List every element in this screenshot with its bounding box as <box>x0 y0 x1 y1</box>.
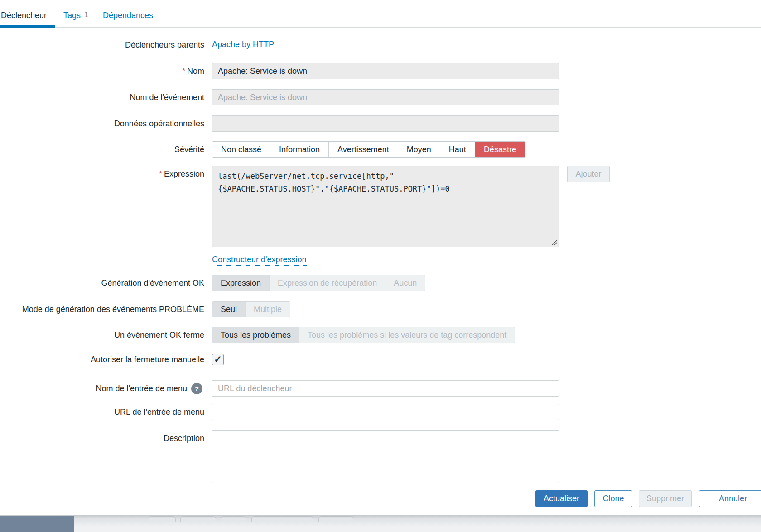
name-label: *Nom <box>0 66 204 76</box>
form-bottom-shadow <box>0 515 761 518</box>
event-name-input <box>212 89 559 105</box>
severity-option-information[interactable]: Information <box>270 142 329 157</box>
expression-textarea: last(/webServer/net.tcp.service[http," {… <box>212 166 559 247</box>
ok-event-generation-none: Aucun <box>385 275 425 291</box>
description-textarea[interactable] <box>212 430 559 483</box>
problem-event-mode-multiple: Multiple <box>246 302 290 317</box>
severity-option-disaster[interactable]: Désastre <box>475 142 525 157</box>
menu-entry-url-input[interactable] <box>212 404 559 420</box>
parent-triggers-label: Déclencheurs parents <box>0 40 204 50</box>
tab-trigger[interactable]: Déclencheur <box>1 11 47 20</box>
ok-event-generation-label: Génération d'événement OK <box>0 278 204 288</box>
ok-event-closes-tag-matched: Tous les problèmes si les valeurs de tag… <box>299 327 515 343</box>
allow-manual-close-checkbox[interactable]: ✓ <box>212 354 224 365</box>
ok-event-closes-all-problems: Tous les problèmes <box>212 327 299 343</box>
required-asterisk: * <box>159 169 162 178</box>
menu-entry-name-label: Nom de l'entrée de menu <box>96 384 187 393</box>
event-name-label: Nom de l'événement <box>0 92 204 102</box>
problem-event-mode-group: Seul Multiple <box>212 301 290 317</box>
ok-event-generation-group: Expression Expression de récupération Au… <box>212 275 425 291</box>
required-asterisk: * <box>182 67 185 76</box>
parent-trigger-link[interactable]: Apache by HTTP <box>212 40 274 49</box>
background-sidebar-fragment <box>0 516 74 532</box>
tab-tags[interactable]: Tags 1 <box>63 11 88 20</box>
tab-tags-count: 1 <box>84 11 88 20</box>
clone-button[interactable]: Clone <box>594 490 632 507</box>
ok-event-closes-group: Tous les problèmes Tous les problèmes si… <box>212 327 515 343</box>
operational-data-input <box>212 115 559 132</box>
menu-entry-url-label: URL de l'entrée de menu <box>0 407 204 417</box>
operational-data-label: Données opérationnelles <box>0 119 204 129</box>
delete-button: Supprimer <box>639 490 692 507</box>
ok-event-generation-recovery-expression: Expression de récupération <box>270 275 385 291</box>
ok-event-closes-label: Un événement OK ferme <box>0 330 204 340</box>
menu-entry-name-input[interactable] <box>212 380 559 397</box>
severity-option-average[interactable]: Moyen <box>398 142 440 157</box>
name-input <box>212 63 559 79</box>
menu-entry-name-label-row: Nom de l'entrée de menu ? <box>0 380 202 397</box>
tabs-divider <box>0 27 761 28</box>
help-icon[interactable]: ? <box>191 383 202 394</box>
severity-option-warning[interactable]: Avertissement <box>329 142 398 157</box>
active-tab-underline <box>0 25 55 28</box>
update-button[interactable]: Actualiser <box>535 490 588 507</box>
severity-option-not-classified[interactable]: Non classé <box>212 142 270 157</box>
expression-add-button: Ajouter <box>567 166 610 182</box>
problem-event-mode-label: Mode de génération des événements PROBLÈ… <box>0 304 204 314</box>
checkmark-icon: ✓ <box>214 354 222 365</box>
expression-constructor-link[interactable]: Constructeur d'expression <box>212 255 307 266</box>
description-label: Description <box>0 433 204 443</box>
severity-label: Sévérité <box>0 144 204 154</box>
tab-tags-label: Tags <box>63 11 81 20</box>
cancel-button[interactable]: Annuler <box>699 490 761 507</box>
ok-event-generation-expression: Expression <box>212 275 270 291</box>
severity-option-high[interactable]: Haut <box>440 142 475 157</box>
allow-manual-close-label: Autoriser la fermeture manuelle <box>0 355 204 364</box>
expression-label: *Expression <box>0 169 204 179</box>
tab-dependencies[interactable]: Dépendances <box>103 11 153 20</box>
severity-button-group: Non classé Information Avertissement Moy… <box>212 141 525 158</box>
trigger-edit-form: Déclencheur Tags 1 Dépendances Déclenche… <box>0 0 761 532</box>
textarea-resize-handle <box>550 240 557 245</box>
problem-event-mode-single: Seul <box>212 302 246 317</box>
